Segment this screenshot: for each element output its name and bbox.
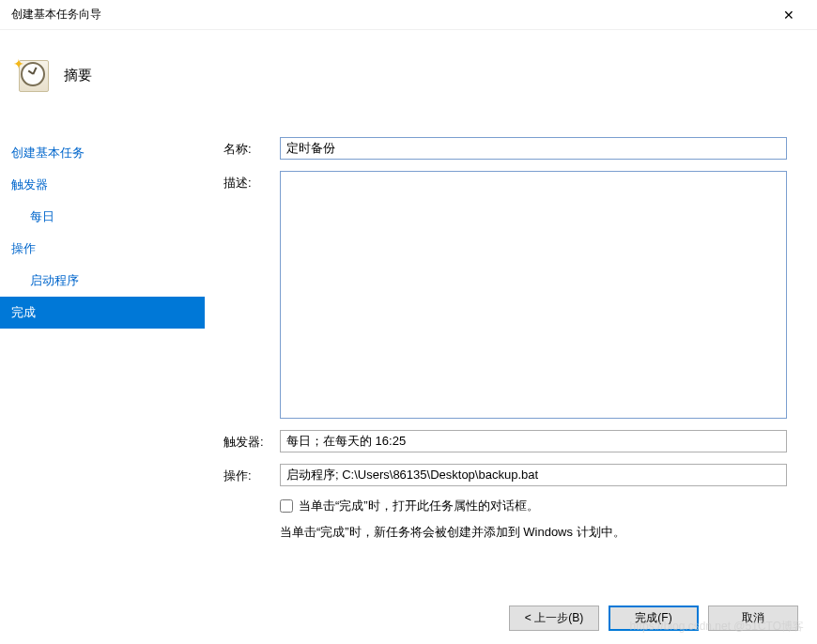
action-label: 操作: <box>224 464 280 484</box>
row-trigger: 触发器: 每日；在每天的 16:25 <box>224 430 787 452</box>
row-description: 描述: <box>224 171 787 419</box>
sidebar-item-start-program[interactable]: 启动程序 <box>0 265 205 297</box>
sidebar-item-trigger[interactable]: 触发器 <box>0 169 205 201</box>
window-title: 创建基本任务向导 <box>11 7 101 23</box>
page-title: 摘要 <box>64 67 92 84</box>
name-input[interactable] <box>280 137 787 160</box>
name-label: 名称: <box>224 137 280 158</box>
wizard-footer: < 上一步(B) 完成(F) 取消 <box>0 591 817 644</box>
cancel-button[interactable]: 取消 <box>708 606 798 631</box>
description-label: 描述: <box>224 171 280 192</box>
action-value: 启动程序; C:\Users\86135\Desktop\backup.bat <box>280 464 787 486</box>
open-properties-checkbox[interactable] <box>280 499 293 513</box>
row-name: 名称: <box>224 137 787 160</box>
wizard-clock-icon: ✦ <box>15 58 49 92</box>
titlebar: 创建基本任务向导 ✕ <box>0 0 817 30</box>
row-action: 操作: 启动程序; C:\Users\86135\Desktop\backup.… <box>224 464 787 486</box>
finish-button[interactable]: 完成(F) <box>609 606 699 631</box>
content-panel: 名称: 描述: 触发器: 每日；在每天的 16:25 操作: 启动程序; C:\… <box>205 120 817 591</box>
back-button[interactable]: < 上一步(B) <box>509 606 599 631</box>
finish-info-text: 当单击“完成”时，新任务将会被创建并添加到 Windows 计划中。 <box>224 524 787 541</box>
trigger-label: 触发器: <box>224 430 280 451</box>
trigger-value: 每日；在每天的 16:25 <box>280 430 787 452</box>
wizard-header: ✦ 摘要 <box>0 30 817 120</box>
sidebar-item-create-task[interactable]: 创建基本任务 <box>0 137 205 169</box>
close-button[interactable]: ✕ <box>768 2 809 28</box>
sidebar-item-daily[interactable]: 每日 <box>0 201 205 233</box>
description-textarea[interactable] <box>280 171 787 419</box>
wizard-sidebar: 创建基本任务 触发器 每日 操作 启动程序 完成 <box>0 120 205 591</box>
open-properties-label: 当单击“完成”时，打开此任务属性的对话框。 <box>299 498 539 514</box>
main-area: 创建基本任务 触发器 每日 操作 启动程序 完成 名称: 描述: 触发器: 每日… <box>0 120 817 591</box>
sidebar-item-finish[interactable]: 完成 <box>0 297 205 329</box>
sidebar-item-action[interactable]: 操作 <box>0 233 205 265</box>
open-properties-row: 当单击“完成”时，打开此任务属性的对话框。 <box>224 498 787 514</box>
